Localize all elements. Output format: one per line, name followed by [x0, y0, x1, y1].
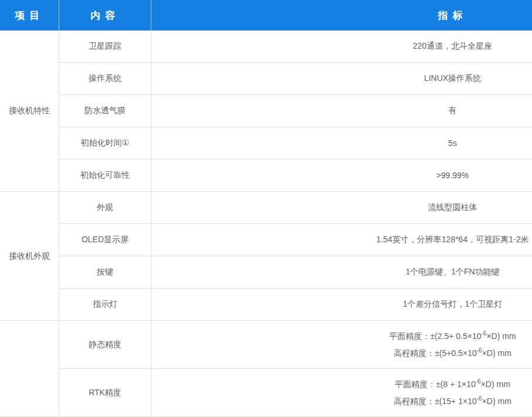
value-line: 高程精度：±(5+0.5×10-6×D) mm [151, 345, 532, 362]
superscript: -6 [477, 395, 482, 402]
spec-name: 操作系统 [59, 63, 151, 95]
table-row: 指示灯 1个差分信号灯，1个卫星灯 [0, 289, 532, 321]
col-header-content: 内容 [59, 0, 151, 30]
spec-value: >99.99% [151, 160, 532, 192]
spec-value: 1.54英寸，分辨率128*64，可视距离1-2米 [151, 224, 532, 256]
table-row: 接收机外观 外观 流线型圆柱体 [0, 192, 532, 224]
table-row: RTK精度 平面精度：±(8 + 1×10-6×D) mm 高程精度：±(15+… [0, 369, 532, 417]
spec-name: 卫星跟踪 [59, 30, 151, 63]
spec-name: 初始化可靠性 [59, 160, 151, 192]
group-label-accuracy [0, 321, 59, 417]
table-row: 操作系统 LINUX操作系统 [0, 63, 532, 95]
spec-name: 指示灯 [59, 289, 151, 321]
superscript: -6 [477, 347, 482, 354]
page: 项目 内容 指标 接收机特性 卫星跟踪 220通道，北斗全星座 操作系统 LIN… [0, 0, 532, 417]
value-text: 高程精度：±(15+ 1×10 [394, 396, 477, 406]
header-row: 项目 内容 指标 [0, 0, 532, 30]
spec-value: 220通道，北斗全星座 [151, 30, 532, 63]
table-row: 按键 1个电源键、1个FN功能键 [0, 256, 532, 289]
table-row: 防水透气膜 有 [0, 95, 532, 127]
value-text: ×D) mm [486, 331, 516, 341]
group-label-receiver-features: 接收机特性 [0, 30, 59, 192]
value-line: 平面精度：±(2.5+ 0.5×10-6×D) mm [151, 328, 532, 345]
value-text: 高程精度：±(5+0.5×10 [394, 348, 477, 358]
table-row: 初始化时间① 5s [0, 127, 532, 160]
spec-name: RTK精度 [59, 369, 151, 417]
spec-value: LINUX操作系统 [151, 63, 532, 95]
value-text: 平面精度：±(2.5+ 0.5×10 [389, 331, 481, 341]
spec-name: OLED显示屏 [59, 224, 151, 256]
superscript: -6 [476, 378, 481, 385]
spec-value: 平面精度：±(8 + 1×10-6×D) mm 高程精度：±(15+ 1×10-… [151, 369, 532, 417]
value-line: 高程精度：±(15+ 1×10-6×D) mm [151, 393, 532, 410]
spec-name: 按键 [59, 256, 151, 289]
group-label-receiver-appearance: 接收机外观 [0, 192, 59, 321]
table-row: 静态精度 平面精度：±(2.5+ 0.5×10-6×D) mm 高程精度：±(5… [0, 321, 532, 369]
value-text: ×D) mm [482, 396, 511, 406]
spec-name: 静态精度 [59, 321, 151, 369]
value-line: 平面精度：±(8 + 1×10-6×D) mm [151, 376, 532, 393]
value-text: ×D) mm [481, 379, 510, 389]
table-row: 初始化可靠性 >99.99% [0, 160, 532, 192]
table-row: 接收机特性 卫星跟踪 220通道，北斗全星座 [0, 30, 532, 63]
col-header-spec: 指标 [151, 0, 532, 30]
spec-value: 5s [151, 127, 532, 160]
table-header: 项目 内容 指标 [0, 0, 532, 30]
spec-name: 外观 [59, 192, 151, 224]
spec-value: 1个差分信号灯，1个卫星灯 [151, 289, 532, 321]
col-header-item: 项目 [0, 0, 59, 30]
spec-value: 有 [151, 95, 532, 127]
spec-value: 平面精度：±(2.5+ 0.5×10-6×D) mm 高程精度：±(5+0.5×… [151, 321, 532, 369]
spec-name: 防水透气膜 [59, 95, 151, 127]
value-text: 平面精度：±(8 + 1×10 [395, 379, 476, 389]
spec-name: 初始化时间① [59, 127, 151, 160]
spec-value: 1个电源键、1个FN功能键 [151, 256, 532, 289]
spec-table: 项目 内容 指标 接收机特性 卫星跟踪 220通道，北斗全星座 操作系统 LIN… [0, 0, 532, 417]
spec-value: 流线型圆柱体 [151, 192, 532, 224]
table-row: OLED显示屏 1.54英寸，分辨率128*64，可视距离1-2米 [0, 224, 532, 256]
value-text: ×D) mm [482, 348, 511, 358]
